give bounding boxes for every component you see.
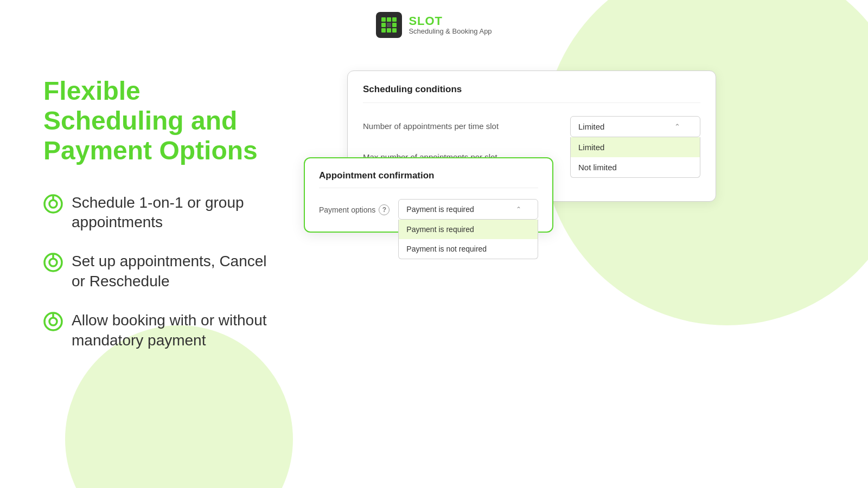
feature-text-3: Allow booking with or without mandatory … xyxy=(72,311,271,350)
help-icon[interactable]: ? xyxy=(379,204,390,215)
payment-label-text: Payment options xyxy=(319,206,375,214)
feature-icon-1 xyxy=(43,194,63,214)
appointments-dropdown: Limited Not limited xyxy=(570,137,700,178)
dot xyxy=(381,28,386,33)
feature-text-1: Schedule 1-on-1 or group appointments xyxy=(72,193,271,233)
payment-select[interactable]: Payment is required ⌃ xyxy=(398,199,538,220)
appointments-option-not-limited[interactable]: Not limited xyxy=(571,157,700,177)
feature-text-2: Set up appointments, Cancel or Reschedul… xyxy=(72,252,271,291)
payment-option-required[interactable]: Payment is required xyxy=(399,220,538,239)
payment-not-required-label: Payment is not required xyxy=(406,245,487,253)
feature-icon-3 xyxy=(43,312,63,331)
payment-field-row: Payment options ? Payment is required ⌃ … xyxy=(319,199,538,220)
payment-option-not-required[interactable]: Payment is not required xyxy=(399,239,538,259)
payment-chevron-up-icon: ⌃ xyxy=(516,206,521,213)
svg-point-7 xyxy=(49,318,57,325)
appointments-option-limited[interactable]: Limited xyxy=(571,137,700,157)
appointments-chevron-up-icon: ⌃ xyxy=(674,123,680,131)
svg-point-1 xyxy=(49,200,57,208)
appointments-select[interactable]: Limited ⌃ xyxy=(570,116,700,137)
dot xyxy=(387,23,391,27)
appointment-card: Appointment confirmation Payment options… xyxy=(304,157,553,233)
payment-required-label: Payment is required xyxy=(406,225,474,234)
logo-icon xyxy=(376,12,402,38)
option-not-limited-label: Not limited xyxy=(578,163,617,172)
main-content: Flexible Scheduling and Payment Options … xyxy=(0,38,868,350)
logo-dots xyxy=(381,17,397,33)
payment-select-wrapper[interactable]: Payment is required ⌃ Payment is require… xyxy=(398,199,538,220)
logo-text: SLOT Scheduling & Booking App xyxy=(409,15,492,35)
dot xyxy=(387,17,391,22)
scheduling-card-title: Scheduling conditions xyxy=(363,84,700,103)
right-column: Scheduling conditions Number of appointm… xyxy=(304,70,825,342)
dot xyxy=(381,17,386,22)
appointments-field-label: Number of appointments per time slot xyxy=(363,116,559,131)
payment-dropdown: Payment is required Payment is not requi… xyxy=(398,220,538,259)
feature-item-3: Allow booking with or without mandatory … xyxy=(43,311,271,350)
dot xyxy=(387,28,391,33)
feature-list: Schedule 1-on-1 or group appointments Se… xyxy=(43,193,271,350)
payment-selected-value: Payment is required xyxy=(406,205,474,214)
appointments-select-wrapper[interactable]: Limited ⌃ Limited Not limited xyxy=(570,116,700,137)
feature-icon-2 xyxy=(43,253,63,272)
left-column: Flexible Scheduling and Payment Options … xyxy=(43,70,271,350)
dot xyxy=(381,23,386,27)
logo-name: SLOT xyxy=(409,15,492,27)
dot xyxy=(392,23,397,27)
svg-point-4 xyxy=(49,259,57,266)
page-title: Flexible Scheduling and Payment Options xyxy=(43,76,271,166)
appointments-selected-value: Limited xyxy=(578,122,604,131)
appointment-card-title: Appointment confirmation xyxy=(319,170,538,188)
header: SLOT Scheduling & Booking App xyxy=(0,0,868,38)
option-limited-label: Limited xyxy=(578,143,604,152)
dot xyxy=(392,17,397,22)
logo-tagline: Scheduling & Booking App xyxy=(409,27,492,35)
payment-field-label: Payment options ? xyxy=(319,199,390,215)
feature-item-2: Set up appointments, Cancel or Reschedul… xyxy=(43,252,271,291)
feature-item-1: Schedule 1-on-1 or group appointments xyxy=(43,193,271,233)
appointments-field-row: Number of appointments per time slot Lim… xyxy=(363,116,700,137)
dot xyxy=(392,28,397,33)
